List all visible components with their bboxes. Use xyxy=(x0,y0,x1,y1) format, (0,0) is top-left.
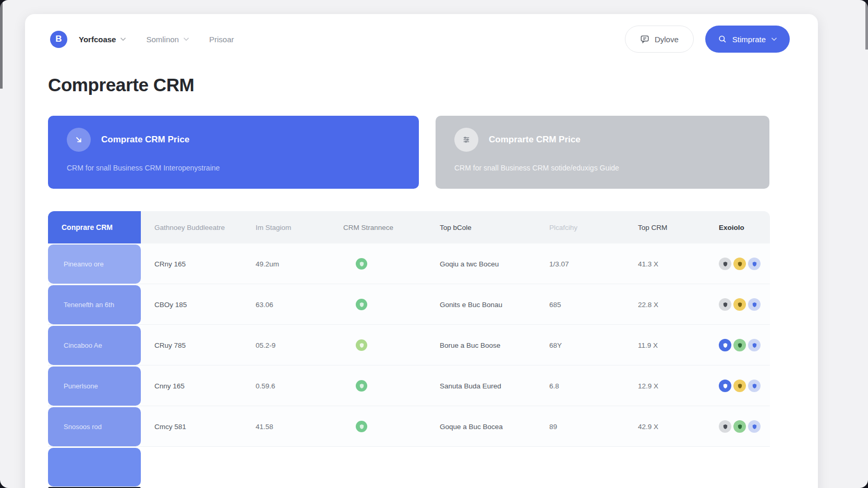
table-column-header: Im Stagiom xyxy=(242,224,330,231)
row-label[interactable]: Cincaboo Ae xyxy=(48,326,141,365)
comparison-table: Conprare CRM Gathnoey BuddleeatreIm Stag… xyxy=(48,211,770,488)
compare-search-button[interactable]: Stimprate xyxy=(705,26,790,53)
chat-icon xyxy=(640,34,649,44)
promo-card-compare-price-inactive[interactable]: Comprarte CRM Price CRM for snall Busine… xyxy=(436,116,769,189)
shield-chip-icon xyxy=(748,420,761,433)
chip-group xyxy=(705,298,770,311)
cell-metric: 05.2-9 xyxy=(242,341,330,349)
chat-button-label: Dylove xyxy=(655,35,679,44)
chip-group xyxy=(705,420,770,433)
nav-item-label: Prisoar xyxy=(209,35,234,44)
cell-score: 6.8 xyxy=(536,382,624,390)
chevron-down-icon xyxy=(771,37,777,41)
chip-group xyxy=(705,380,770,392)
cell-vendor: Cmcy 581 xyxy=(141,423,242,431)
nav-item-label: Yorfcoase xyxy=(79,35,116,44)
cell-vendor: CBOy 185 xyxy=(141,301,242,309)
table-column-header: Top bCole xyxy=(426,224,536,231)
table-header: Conprare CRM Gathnoey BuddleeatreIm Stag… xyxy=(48,211,770,243)
cell-status xyxy=(330,299,426,310)
cell-multiple: 41.3 X xyxy=(624,260,705,268)
sliders-icon xyxy=(454,128,478,152)
shield-chip-icon xyxy=(748,258,761,270)
promo-card-title: Comprate CRM Price xyxy=(101,135,189,145)
nav-actions: Dylove Stimprate xyxy=(625,26,790,53)
chip-group xyxy=(705,339,770,351)
cell-partner: Gonits e Buc Bonau xyxy=(426,301,536,309)
status-badge xyxy=(356,258,367,270)
cell-score: 1/3.07 xyxy=(536,260,624,268)
table-row: Tenenefth an 6th CBOy 185 63.06 Gonits e… xyxy=(48,284,770,325)
chat-button[interactable]: Dylove xyxy=(625,26,694,53)
search-icon xyxy=(718,34,727,44)
promo-card-subtitle: CRM for snall Business CRM Interopenystr… xyxy=(67,164,419,172)
shield-chip-icon xyxy=(719,298,731,311)
promo-cards: Comprate CRM Price CRM for snall Busines… xyxy=(48,116,818,189)
chevron-down-icon xyxy=(120,37,126,41)
shield-chip-icon xyxy=(733,420,746,433)
cell-vendor: CRuy 785 xyxy=(141,341,242,349)
chip-group xyxy=(705,258,770,270)
cell-metric: 63.06 xyxy=(242,301,330,309)
promo-card-subtitle: CRM for snall Business CRM sotide/eduxig… xyxy=(454,164,769,172)
cell-partner: Goqiu a twc Boceu xyxy=(426,260,536,268)
nav-item-solutions[interactable]: Somlinon xyxy=(146,35,189,44)
shield-chip-icon xyxy=(719,420,731,433)
row-label[interactable]: Tenenefth an 6th xyxy=(48,285,141,324)
cell-metric: 49.2um xyxy=(242,260,330,268)
shield-chip-icon xyxy=(748,339,761,351)
shield-chip-icon xyxy=(733,339,746,351)
shield-chip-icon xyxy=(733,258,746,270)
cell-metric: 41.58 xyxy=(242,423,330,431)
row-label[interactable]: Punerlsone xyxy=(48,367,141,406)
table-header-primary-tab[interactable]: Conprare CRM xyxy=(48,211,141,243)
table-column-header: Top CRM xyxy=(624,224,705,231)
table-row: Cincaboo Ae CRuy 785 05.2-9 Borue a Buc … xyxy=(48,325,770,365)
screen-edge-artifact-left xyxy=(0,0,3,89)
status-badge xyxy=(356,339,367,351)
cell-status xyxy=(330,258,426,270)
screen-edge-artifact-right xyxy=(865,0,868,50)
table-row-partial xyxy=(48,448,141,486)
shield-chip-icon xyxy=(748,298,761,311)
primary-button-label: Stimprate xyxy=(732,35,766,44)
table-column-header: Gathnoey Buddleeatre xyxy=(141,224,242,231)
top-nav: B Yorfcoase Somlinon Prisoar Dylove Stim… xyxy=(50,26,790,53)
nav-item-label: Somlinon xyxy=(146,35,179,44)
cell-score: 68Y xyxy=(536,341,624,349)
table-body: Pineanvo ore CRny 165 49.2um Goqiu a twc… xyxy=(48,243,770,447)
promo-card-compare-price-active[interactable]: Comprate CRM Price CRM for snall Busines… xyxy=(48,116,419,189)
shield-chip-icon xyxy=(733,380,746,392)
cell-multiple: 11.9 X xyxy=(624,341,705,349)
app-window: B Yorfcoase Somlinon Prisoar Dylove Stim… xyxy=(25,14,818,488)
table-row: Snosoos rod Cmcy 581 41.58 Goque a Buc B… xyxy=(48,406,770,447)
shield-chip-icon xyxy=(719,258,731,270)
cell-score: 89 xyxy=(536,423,624,431)
cell-status xyxy=(330,421,426,432)
page-title: Comprearte CRM xyxy=(48,75,793,95)
shield-chip-icon xyxy=(748,380,761,392)
row-label[interactable]: Pineanvo ore xyxy=(48,245,141,284)
cell-vendor: Cnny 165 xyxy=(141,382,242,390)
brand-glyph: B xyxy=(55,34,62,44)
nav-item-workspace[interactable]: Yorfcoase xyxy=(79,35,126,44)
cell-status xyxy=(330,380,426,392)
cell-vendor: CRny 165 xyxy=(141,260,242,268)
status-badge xyxy=(356,380,367,392)
shield-chip-icon xyxy=(719,339,731,351)
shield-chip-icon xyxy=(719,380,731,392)
table-row: Pineanvo ore CRny 165 49.2um Goqiu a twc… xyxy=(48,243,770,284)
cell-partner: Goque a Buc Bocea xyxy=(426,423,536,431)
table-row: Punerlsone Cnny 165 0.59.6 Sanuta Buda E… xyxy=(48,365,770,406)
brand-logo[interactable]: B xyxy=(50,31,67,48)
table-column-header: Plcafcihy xyxy=(536,224,624,231)
cell-multiple: 12.9 X xyxy=(624,382,705,390)
nav-menu: Yorfcoase Somlinon Prisoar xyxy=(79,35,234,44)
status-badge xyxy=(356,299,367,310)
cell-partner: Borue a Buc Boose xyxy=(426,341,536,349)
arrow-down-right-icon xyxy=(67,128,91,152)
row-label[interactable]: Snosoos rod xyxy=(48,407,141,446)
status-badge xyxy=(356,421,367,432)
nav-item-pricing[interactable]: Prisoar xyxy=(209,35,234,44)
cell-metric: 0.59.6 xyxy=(242,382,330,390)
